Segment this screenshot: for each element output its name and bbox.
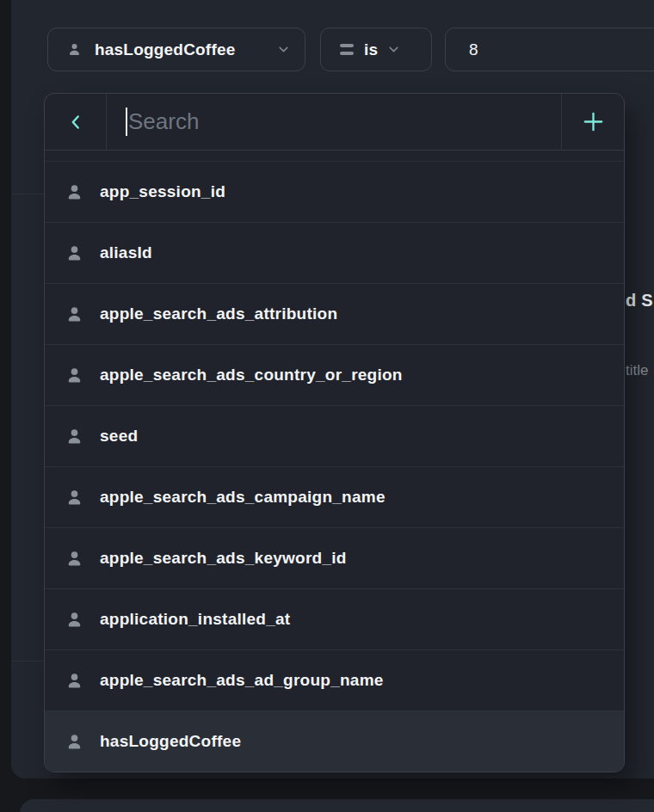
person-icon [65,489,83,507]
list-item-label: hasLoggedCoffee [100,732,241,751]
list-item[interactable]: hasLoggedCoffee [45,711,624,772]
person-icon [65,550,83,568]
list-item-label: apple_search_ads_campaign_name [100,488,386,507]
back-button[interactable] [45,94,107,150]
person-icon [65,672,83,690]
list-item-label: seed [100,427,138,446]
chevron-down-icon [386,42,401,57]
person-icon [65,733,83,751]
list-item-label: apple_search_ads_country_or_region [100,366,403,384]
list-item[interactable]: apple_search_ads_keyword_id [45,528,624,589]
plus-icon [580,108,607,135]
list-item[interactable]: seed [45,406,624,467]
equals-icon [340,44,354,55]
filter-operator-pill[interactable]: is [320,28,432,71]
search-input[interactable] [107,108,561,135]
list-item-label: app_session_id [100,182,225,201]
list-item-label: apple_search_ads_attribution [100,304,337,323]
list-item-label: apple_search_ads_keyword_id [100,549,347,568]
person-icon [67,42,82,57]
list-item-label: aliasId [100,243,152,262]
background-card-below [20,799,654,812]
list-item[interactable]: apple_search_ads_attribution [45,284,624,345]
list-item[interactable]: apple_search_ads_campaign_name [45,467,624,528]
list-item-label: apple_search_ads_ad_group_name [100,671,384,690]
list-item[interactable]: apple_search_ads_country_or_region [45,345,624,406]
person-icon [65,183,83,201]
clipped-background-text: d S [626,291,653,311]
dropdown-search-bar [45,94,624,151]
property-list: app_session_id aliasId apple_search_ads_… [45,162,624,772]
list-item-label: application_installed_at [100,610,290,629]
filter-operator-label: is [364,40,378,59]
list-item[interactable]: apple_search_ads_ad_group_name [45,650,624,711]
list-item[interactable]: application_installed_at [45,589,624,650]
search-field-wrap [107,94,561,150]
filter-property-pill[interactable]: hasLoggedCoffee [47,28,305,71]
property-picker-dropdown: app_session_id aliasId apple_search_ads_… [44,93,625,772]
scrolled-row-sliver [45,151,624,162]
filter-property-label: hasLoggedCoffee [95,40,235,59]
filter-value-input[interactable] [469,40,641,59]
list-item[interactable]: app_session_id [45,162,624,223]
background-divider [12,661,44,661]
filter-value-pill [445,28,654,71]
person-icon [65,366,83,384]
chevron-left-icon [65,111,87,133]
chevron-down-icon [276,42,291,57]
text-caret [126,108,127,136]
person-icon [65,611,83,629]
background-divider [12,194,44,194]
add-button[interactable] [561,94,624,150]
screen: d S title hasLoggedCoffee is [0,0,654,812]
clipped-background-text: title [626,362,648,379]
person-icon [65,244,83,262]
person-icon [65,305,83,323]
list-item[interactable]: aliasId [45,223,624,284]
person-icon [65,428,83,446]
